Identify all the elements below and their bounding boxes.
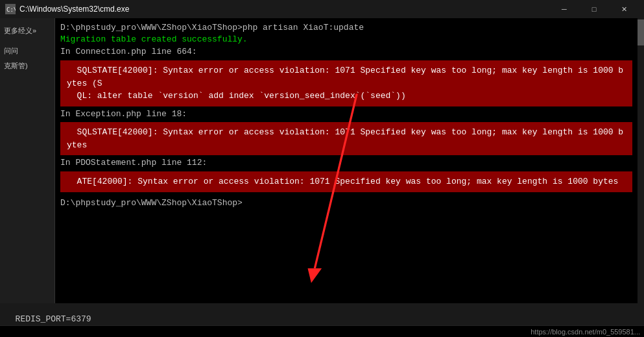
success-line: Migration table created successfully. (60, 34, 632, 45)
scrollbar-thumb[interactable] (638, 19, 644, 45)
window-controls: ─ □ ✕ (549, 0, 639, 18)
bottom-terminal-line: REDIS_PORT=6379 (0, 303, 644, 325)
minimize-button[interactable]: ─ (549, 0, 579, 18)
error-block-3: ATE[42000]: Syntax error or access viola… (60, 171, 632, 192)
sidebar-item-3[interactable]: 克斯管) (3, 58, 52, 73)
svg-text:C:\: C:\ (6, 6, 16, 13)
svg-marker-3 (307, 268, 322, 282)
prompt-line: D:\phpstudy_pro\WWW\ZShop\XiaoTShop> (60, 197, 632, 209)
redis-port-line: REDIS_PORT=6379 (16, 314, 91, 324)
sidebar-item-0[interactable]: 更多经义» (3, 23, 52, 38)
csdn-url: https://blog.csdn.net/m0_559581... (531, 328, 640, 336)
maximize-button[interactable]: □ (579, 0, 609, 18)
window-title: C:\Windows\System32\cmd.exe (19, 5, 129, 14)
section1-header: In Connection.php line 664: (60, 45, 632, 59)
cmd-icon: C:\ (5, 4, 16, 14)
cmd-line: D:\phpstudy_pro\WWW\ZShop\XiaoTShop>php … (60, 22, 632, 34)
bottom-bar: https://blog.csdn.net/m0_559581... (0, 325, 644, 337)
error-block-1: SQLSTATE[42000]: Syntax error or access … (60, 60, 632, 106)
section3-header: In PDOStatement.php line 112: (60, 156, 632, 170)
scrollbar[interactable] (638, 18, 644, 303)
sidebar-item-2[interactable]: 问问 (3, 44, 52, 58)
section2-header: In Exception.php line 18: (60, 108, 632, 121)
main-area: 更多经义» 问问 克斯管) D:\phpstudy_pro\WWW\ZShop\… (0, 18, 644, 303)
terminal: D:\phpstudy_pro\WWW\ZShop\XiaoTShop>php … (55, 18, 638, 303)
sidebar: 更多经义» 问问 克斯管) (0, 18, 55, 303)
close-button[interactable]: ✕ (609, 0, 639, 18)
sidebar-item-1[interactable] (3, 38, 52, 44)
title-bar: C:\ C:\Windows\System32\cmd.exe ─ □ ✕ (0, 0, 644, 18)
title-bar-left: C:\ C:\Windows\System32\cmd.exe (5, 4, 129, 14)
error-block-2: SQLSTATE[42000]: Syntax error or access … (60, 122, 632, 155)
